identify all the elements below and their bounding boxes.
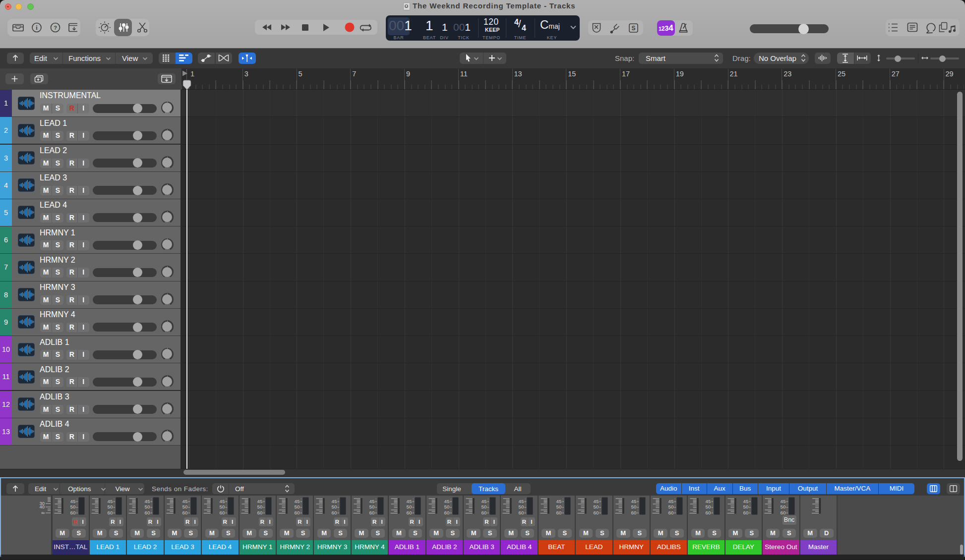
svg-text:45: 45 xyxy=(706,499,711,504)
svg-text:60: 60 xyxy=(556,510,561,515)
svg-text:50: 50 xyxy=(257,504,262,509)
svg-text:45: 45 xyxy=(220,499,225,504)
svg-text:45: 45 xyxy=(70,499,75,504)
svg-text:45: 45 xyxy=(481,499,486,504)
svg-text:50: 50 xyxy=(706,504,711,509)
svg-text:60: 60 xyxy=(182,510,187,515)
svg-text:60: 60 xyxy=(332,510,337,515)
svg-text:50: 50 xyxy=(594,504,599,509)
svg-text:45: 45 xyxy=(444,499,449,504)
svg-text:45: 45 xyxy=(107,499,113,504)
svg-text:60: 60 xyxy=(70,510,75,515)
svg-text:50: 50 xyxy=(481,504,486,509)
svg-text:60: 60 xyxy=(706,510,711,515)
svg-text:60: 60 xyxy=(294,510,300,515)
svg-text:50: 50 xyxy=(407,504,412,509)
svg-text:50: 50 xyxy=(668,504,673,509)
svg-text:45: 45 xyxy=(631,499,636,504)
svg-text:45: 45 xyxy=(145,499,150,504)
svg-text:50: 50 xyxy=(220,504,225,509)
svg-text:60: 60 xyxy=(444,510,449,515)
svg-text:45: 45 xyxy=(668,499,673,504)
svg-text:60: 60 xyxy=(668,510,673,515)
svg-text:45: 45 xyxy=(407,499,412,504)
svg-text:45: 45 xyxy=(556,499,561,504)
svg-text:60: 60 xyxy=(781,510,786,515)
svg-text:i: i xyxy=(36,24,38,31)
svg-text:50: 50 xyxy=(444,504,449,509)
svg-text:60: 60 xyxy=(107,510,113,515)
svg-text:50: 50 xyxy=(743,504,748,509)
svg-text:45: 45 xyxy=(781,499,786,504)
svg-text:50: 50 xyxy=(332,504,337,509)
svg-text:60: 60 xyxy=(369,510,374,515)
svg-text:45: 45 xyxy=(743,499,748,504)
svg-text:45: 45 xyxy=(332,499,337,504)
svg-text:50: 50 xyxy=(70,504,75,509)
svg-text:45: 45 xyxy=(519,499,524,504)
svg-text:50: 50 xyxy=(182,504,187,509)
svg-text:60: 60 xyxy=(519,510,524,515)
svg-text:45: 45 xyxy=(369,499,374,504)
svg-text:60: 60 xyxy=(594,510,599,515)
svg-text:60: 60 xyxy=(743,510,748,515)
svg-text:40: 40 xyxy=(39,504,45,509)
svg-text:50: 50 xyxy=(556,504,561,509)
svg-text:50: 50 xyxy=(369,504,374,509)
svg-text:45: 45 xyxy=(182,499,187,504)
svg-text:60: 60 xyxy=(631,510,636,515)
svg-text:45: 45 xyxy=(594,499,599,504)
svg-text:60: 60 xyxy=(481,510,486,515)
svg-text:∞: ∞ xyxy=(41,510,45,515)
svg-text:50: 50 xyxy=(631,504,636,509)
svg-text:50: 50 xyxy=(294,504,300,509)
svg-text:50: 50 xyxy=(107,504,113,509)
svg-text:45: 45 xyxy=(257,499,262,504)
svg-text:60: 60 xyxy=(220,510,225,515)
svg-text:45: 45 xyxy=(294,499,300,504)
svg-text:?: ? xyxy=(54,25,57,31)
svg-text:60: 60 xyxy=(257,510,262,515)
svg-text:S: S xyxy=(631,25,635,32)
svg-text:50: 50 xyxy=(145,504,150,509)
svg-text:50: 50 xyxy=(781,504,786,509)
svg-text:60: 60 xyxy=(407,510,412,515)
svg-text:50: 50 xyxy=(519,504,524,509)
svg-text:60: 60 xyxy=(145,510,150,515)
